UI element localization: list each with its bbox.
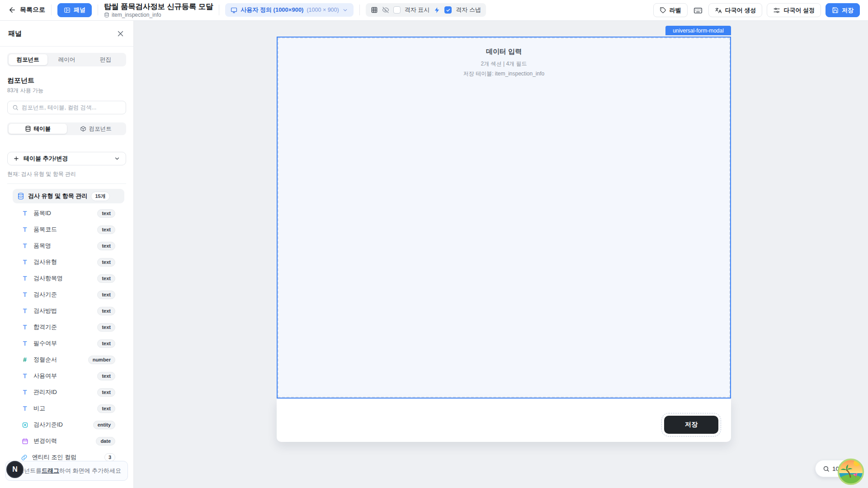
panel-toggle-button[interactable]: 패널 — [57, 3, 92, 17]
package-icon — [80, 126, 86, 132]
field-row[interactable]: T비고text — [7, 400, 126, 417]
field-row[interactable]: 변경이력date — [7, 433, 126, 449]
current-table-text: 현재: 검사 유형 및 항목 관리 — [7, 170, 126, 178]
close-icon — [117, 30, 124, 38]
field-row[interactable]: T사용여부text — [7, 368, 126, 384]
text-type-icon: T — [21, 340, 29, 347]
field-type-badge: text — [97, 307, 115, 315]
left-panel: 패널 컴포넌트레이어편집 컴포넌트 83개 사용 가능 테이블컴포넌트 테이블 … — [0, 21, 134, 488]
text-type-icon: T — [21, 372, 29, 380]
add-table-button[interactable]: 테이블 추가/변경 — [7, 152, 126, 165]
field-name: 품목명 — [33, 242, 93, 250]
field-row[interactable]: T품목IDtext — [7, 205, 126, 221]
tag-icon — [660, 7, 666, 14]
component-search — [7, 101, 126, 114]
grid-snap-label: 격자 스냅 — [456, 6, 481, 14]
panel-tab-2[interactable]: 편집 — [86, 54, 125, 65]
viewport-size-dropdown[interactable]: 사용자 정의 (1000×900) (1000 × 900) — [225, 3, 353, 17]
field-name: 관리자ID — [33, 388, 93, 396]
link-icon — [21, 454, 28, 461]
arrow-left-icon — [8, 6, 16, 14]
field-type-badge: text — [97, 242, 115, 250]
search-input[interactable] — [22, 104, 121, 111]
text-type-icon: T — [21, 291, 29, 298]
text-type-icon: T — [21, 210, 29, 217]
panel-tab-0[interactable]: 컴포넌트 — [9, 54, 47, 65]
field-name: 품목코드 — [33, 225, 93, 234]
save-button[interactable]: 저장 — [826, 3, 860, 17]
grid-icon[interactable] — [371, 6, 378, 14]
grid-show-label: 격자 표시 — [405, 6, 430, 14]
save-button-label: 저장 — [842, 6, 854, 14]
monitor-icon — [231, 7, 237, 14]
field-type-badge: text — [97, 209, 115, 218]
modal-save-button[interactable]: 저장 — [664, 416, 718, 434]
field-name: 품목ID — [33, 209, 93, 217]
grid-show-checkbox[interactable] — [393, 6, 401, 14]
field-row[interactable]: T검사기준text — [7, 286, 126, 303]
entity-type-icon — [21, 422, 29, 428]
field-row[interactable]: T검사방법text — [7, 303, 126, 319]
field-list: T품목IDtextT품목코드textT품목명textT검사유형textT검사항목… — [7, 205, 126, 449]
chevron-down-icon — [114, 155, 120, 162]
field-type-badge: text — [97, 225, 115, 234]
grid-snap-checkbox[interactable] — [444, 6, 452, 14]
field-type-badge: text — [97, 291, 115, 299]
available-count: 83개 사용 가능 — [7, 87, 126, 94]
field-type-badge: text — [97, 372, 115, 380]
back-label: 목록으로 — [20, 6, 45, 14]
translate-icon — [715, 7, 722, 14]
multilang-generate-label: 다국어 생성 — [725, 6, 756, 14]
field-type-badge: text — [97, 404, 115, 413]
sliders-icon — [773, 7, 780, 14]
modal-sections-info: 2개 섹션 | 4개 필드 — [278, 60, 730, 68]
check-icon — [446, 8, 451, 13]
viewport-label: 사용자 정의 (1000×900) — [241, 6, 303, 14]
field-name: 비고 — [33, 404, 93, 413]
keyboard-shortcuts-button[interactable] — [692, 5, 704, 16]
field-name: 검사방법 — [33, 307, 93, 315]
label-button[interactable]: 라벨 — [653, 3, 688, 17]
field-row[interactable]: #정렬순서number — [7, 352, 126, 368]
selected-form-modal-component[interactable]: 데이터 입력 2개 섹션 | 4개 필드 저장 테이블: item_inspec… — [277, 37, 731, 399]
eye-off-icon[interactable] — [382, 6, 389, 14]
field-row[interactable]: T검사항목명text — [7, 270, 126, 286]
field-name: 검사항목명 — [33, 274, 93, 282]
database-icon — [25, 126, 31, 132]
field-row[interactable]: T품목명text — [7, 238, 126, 254]
field-type-badge: text — [97, 323, 115, 332]
multilang-settings-button[interactable]: 다국어 설정 — [767, 3, 821, 17]
back-to-list-button[interactable]: 목록으로 — [8, 6, 45, 14]
text-type-icon: T — [21, 389, 29, 396]
field-name: 사용여부 — [33, 372, 93, 380]
table-node-header[interactable]: 검사 유형 및 항목 관리 15개 — [13, 189, 124, 203]
number-type-icon: # — [21, 356, 29, 363]
field-name: 검사기준ID — [33, 421, 89, 429]
modal-table-info: 저장 테이블: item_inspection_info — [278, 70, 730, 78]
field-row[interactable]: 검사기준IDentity — [7, 417, 126, 433]
divider — [7, 183, 126, 184]
panel-left-icon — [64, 7, 71, 14]
multilang-generate-button[interactable]: 다국어 생성 — [708, 3, 763, 17]
source-tab-0[interactable]: 테이블 — [9, 124, 67, 134]
database-icon — [104, 12, 109, 18]
panel-close-button[interactable] — [116, 29, 125, 38]
save-icon — [832, 7, 839, 14]
n-logo-badge: N — [6, 461, 24, 478]
table-field-count-badge: 15개 — [91, 192, 109, 201]
date-type-icon — [21, 438, 29, 445]
source-tab-1[interactable]: 컴포넌트 — [67, 124, 125, 134]
text-type-icon: T — [21, 324, 29, 331]
field-type-badge: entity — [93, 421, 115, 429]
field-name: 합격기준 — [33, 323, 93, 331]
component-type-chip[interactable]: universal-form-modal — [665, 26, 731, 35]
field-row[interactable]: T관리자IDtext — [7, 384, 126, 400]
field-row[interactable]: T필수여부text — [7, 335, 126, 352]
field-row[interactable]: T검사유형text — [7, 254, 126, 270]
field-row[interactable]: T합격기준text — [7, 319, 126, 335]
panel-tab-1[interactable]: 레이어 — [47, 54, 86, 65]
plus-icon — [13, 155, 19, 162]
field-row[interactable]: T품목코드text — [7, 221, 126, 238]
divider — [51, 5, 52, 15]
field-type-badge: text — [97, 388, 115, 397]
